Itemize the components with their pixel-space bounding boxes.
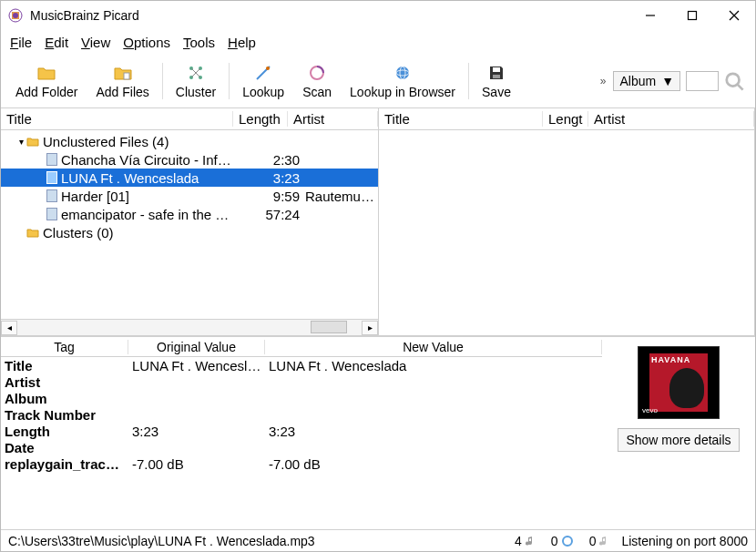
menu-options[interactable]: Options (123, 35, 170, 50)
right-headers: Title Lengt Artist (379, 108, 754, 130)
tag-orig: 3:23 (128, 424, 265, 439)
tag-new: LUNA Ft . Wenceslada (265, 358, 602, 373)
cluster-button[interactable]: Cluster (167, 59, 225, 103)
file-icon (46, 208, 57, 220)
tag-row[interactable]: Date (1, 439, 602, 455)
svg-rect-17 (493, 67, 500, 72)
scan-button[interactable]: Scan (293, 59, 341, 103)
status-files: 4 (511, 534, 538, 548)
tag-row[interactable]: replaygain_trac…-7.00 dB-7.00 dB (1, 455, 602, 472)
cluster-label: Cluster (176, 85, 216, 99)
tag-header-new[interactable]: New Value (265, 340, 602, 354)
tag-name: Length (1, 424, 128, 439)
svg-rect-6 (124, 73, 129, 79)
lookup-button[interactable]: Lookup (233, 59, 293, 103)
search-icon[interactable] (724, 71, 744, 91)
lookup-label: Lookup (242, 85, 284, 99)
scroll-right-button[interactable]: ▸ (362, 321, 378, 335)
svg-line-20 (738, 85, 743, 90)
tag-name: Artist (1, 374, 128, 390)
tag-new: -7.00 dB (265, 456, 602, 472)
file-row-selected[interactable]: LUNA Ft . Wenceslada 3:23 (1, 169, 378, 187)
search-mode-label: Album (619, 74, 656, 88)
minimize-button[interactable] (629, 1, 671, 30)
left-headers: Title Length Artist (1, 108, 378, 130)
menu-edit[interactable]: Edit (45, 35, 68, 50)
svg-rect-18 (493, 75, 500, 78)
toolbar-separator (162, 63, 163, 99)
add-files-label: Add Files (96, 85, 148, 99)
tag-name: replaygain_trac… (1, 456, 128, 472)
header-artist[interactable]: Artist (588, 111, 754, 127)
toolbar-overflow-button[interactable]: » (593, 75, 614, 87)
status-path: C:\Users\33tre\Music\play\LUNA Ft . Wenc… (8, 534, 502, 548)
menu-file[interactable]: File (10, 35, 32, 50)
tag-name: Album (1, 391, 128, 406)
file-tree[interactable]: ▾ Unclustered Files (4) Chancha Vía Circ… (1, 130, 378, 319)
file-length: 57:24 (250, 207, 305, 222)
tag-name: Date (1, 440, 128, 455)
file-row[interactable]: Chancha Vía Circuito - Inf… 2:30 (1, 150, 378, 169)
albums-count: 0 (551, 534, 558, 548)
tag-row[interactable]: Length3:233:23 (1, 423, 602, 439)
menu-tools[interactable]: Tools (183, 35, 215, 50)
cover-art[interactable]: HAVANA vevo (638, 346, 720, 419)
cover-art-panel: HAVANA vevo Show more details (602, 337, 755, 529)
lookup-browser-label: Lookup in Browser (350, 85, 455, 99)
tag-table: Tag Original Value New Value TitleLUNA F… (1, 337, 602, 529)
header-length[interactable]: Lengt (543, 111, 588, 127)
tag-row[interactable]: TitleLUNA Ft . Wencesl…LUNA Ft . Wencesl… (1, 357, 602, 373)
tag-row[interactable]: Track Number (1, 406, 602, 423)
maximize-button[interactable] (671, 1, 713, 30)
lookup-browser-button[interactable]: Lookup in Browser (341, 59, 465, 103)
lookup-icon (253, 63, 273, 83)
menu-help[interactable]: Help (228, 35, 256, 50)
note-icon (526, 536, 535, 547)
toolbar-separator (468, 63, 469, 99)
matched-pane: Title Lengt Artist (379, 108, 755, 335)
tree-node-clusters[interactable]: Clusters (0) (1, 223, 378, 241)
folder-icon (36, 63, 56, 83)
file-icon (46, 153, 57, 166)
file-icon (46, 189, 57, 202)
app-icon (8, 8, 23, 23)
toolbar: Add Folder Add Files Cluster Lookup Scan… (1, 54, 755, 108)
tag-header-orig[interactable]: Original Value (128, 340, 265, 354)
note-icon (599, 536, 608, 547)
file-title: LUNA Ft . Wenceslada (61, 170, 250, 186)
tag-orig: -7.00 dB (128, 456, 265, 472)
statusbar: C:\Users\33tre\Music\play\LUNA Ft . Wenc… (1, 529, 755, 551)
tag-rows: TitleLUNA Ft . Wencesl…LUNA Ft . Wencesl… (1, 357, 602, 472)
show-more-details-button[interactable]: Show more details (618, 428, 739, 452)
menu-view[interactable]: View (81, 35, 110, 50)
scroll-thumb[interactable] (311, 321, 347, 333)
search-input[interactable] (686, 71, 719, 91)
tree-node-unclustered[interactable]: ▾ Unclustered Files (4) (1, 132, 378, 150)
add-files-button[interactable]: Add Files (87, 59, 158, 103)
save-button[interactable]: Save (473, 59, 520, 103)
cd-icon (562, 536, 573, 547)
add-folder-button[interactable]: Add Folder (6, 59, 87, 103)
scroll-left-button[interactable]: ◂ (1, 321, 17, 335)
tag-row[interactable]: Artist (1, 373, 602, 390)
folder-files-icon (113, 63, 133, 83)
tree-label: Unclustered Files (4) (43, 134, 378, 149)
svg-rect-3 (689, 12, 697, 20)
scroll-track[interactable] (17, 321, 362, 335)
tag-row[interactable]: Album (1, 390, 602, 406)
horizontal-scrollbar[interactable]: ◂ ▸ (1, 319, 378, 335)
search-mode-select[interactable]: Album ▼ (613, 71, 680, 91)
close-button[interactable] (713, 1, 755, 30)
expander-icon[interactable]: ▾ (15, 137, 26, 147)
file-row[interactable]: emancipator - safe in the … 57:24 (1, 205, 378, 223)
header-title[interactable]: Title (379, 111, 543, 127)
tag-header-tag[interactable]: Tag (1, 340, 128, 354)
header-length[interactable]: Length (233, 111, 288, 127)
file-row[interactable]: Harder [01] 9:59 Rautemusik F (1, 187, 378, 205)
tag-headers: Tag Original Value New Value (1, 337, 602, 357)
status-pending: 0 (586, 534, 613, 548)
file-artist: Rautemusik F (305, 189, 378, 204)
album-tree[interactable] (379, 130, 754, 335)
header-title[interactable]: Title (1, 111, 233, 127)
header-artist[interactable]: Artist (288, 111, 378, 127)
